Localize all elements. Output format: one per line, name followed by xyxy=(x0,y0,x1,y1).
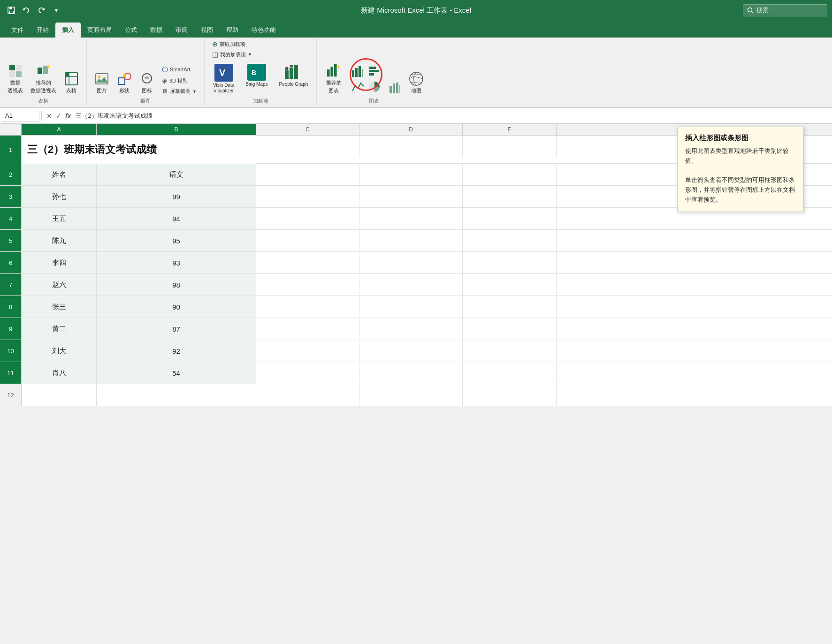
cell-a11[interactable]: 肖八 xyxy=(22,362,97,384)
cell-d12[interactable] xyxy=(359,384,463,406)
col-header-d[interactable]: D xyxy=(359,124,463,135)
confirm-formula-icon[interactable]: ✓ xyxy=(55,111,62,121)
cell-c9[interactable] xyxy=(256,318,359,340)
tab-feature[interactable]: 特色功能 xyxy=(245,23,282,38)
recommended-pivot-button[interactable]: 推荐的 数据透视表 xyxy=(28,62,59,96)
cell-e2[interactable] xyxy=(463,164,557,185)
cell-c4[interactable] xyxy=(256,208,359,229)
shapes-button[interactable]: 形状 xyxy=(114,70,135,96)
cell-d1[interactable] xyxy=(359,136,463,157)
cell-e5[interactable] xyxy=(463,230,557,251)
customize-icon[interactable]: ▼ xyxy=(50,4,63,17)
cell-a6[interactable]: 李四 xyxy=(22,252,97,273)
tab-review[interactable]: 审阅 xyxy=(169,23,194,38)
tab-file[interactable]: 文件 xyxy=(5,23,30,38)
cell-d5[interactable] xyxy=(359,230,463,251)
cell-c6[interactable] xyxy=(256,252,359,273)
cell-c12[interactable] xyxy=(256,384,359,406)
my-addins-button[interactable]: ◫ 我的加载项 ▼ xyxy=(209,50,255,59)
cell-b5[interactable]: 95 xyxy=(97,230,256,251)
tab-insert[interactable]: 插入 xyxy=(55,23,81,38)
pivot-table-button[interactable]: 数据 透视表 xyxy=(5,62,26,96)
cell-a12[interactable] xyxy=(22,384,97,406)
cell-c8[interactable] xyxy=(256,296,359,318)
redo-icon[interactable] xyxy=(35,4,48,17)
cell-a4[interactable]: 王五 xyxy=(22,208,97,229)
cell-b4[interactable]: 94 xyxy=(97,208,256,229)
cell-a2[interactable]: 姓名 xyxy=(22,164,97,185)
cell-d6[interactable] xyxy=(359,252,463,273)
cell-e11[interactable] xyxy=(463,362,557,384)
line-chart-button[interactable] xyxy=(350,80,366,94)
cell-b12[interactable] xyxy=(97,384,256,406)
cell-b10[interactable]: 92 xyxy=(97,340,256,362)
cell-b11[interactable]: 54 xyxy=(97,362,256,384)
get-addins-button[interactable]: ⊕ 获取加载项 xyxy=(209,39,248,49)
cell-d4[interactable] xyxy=(359,208,463,229)
cell-b2[interactable]: 语文 xyxy=(97,164,256,185)
screenshot-button[interactable]: 🖥 屏幕截图 ▼ xyxy=(159,87,199,96)
cell-d3[interactable] xyxy=(359,186,463,207)
search-box[interactable]: 搜索 xyxy=(743,4,827,16)
cell-d8[interactable] xyxy=(359,296,463,318)
cell-a10[interactable]: 刘大 xyxy=(22,340,97,362)
table-button[interactable]: 表格 xyxy=(61,70,82,96)
cell-b3[interactable]: 99 xyxy=(97,186,256,207)
cell-c1[interactable] xyxy=(256,136,359,157)
people-graph-button[interactable]: People Graph xyxy=(275,62,312,96)
cell-e4[interactable] xyxy=(463,208,557,229)
more-charts-button[interactable] xyxy=(386,81,404,96)
cell-a9[interactable]: 黄二 xyxy=(22,318,97,340)
cell-d10[interactable] xyxy=(359,340,463,362)
3dmodel-button[interactable]: ◈ 3D 模型 xyxy=(159,76,191,86)
cell-a5[interactable]: 陈九 xyxy=(22,230,97,251)
pie-chart-button[interactable] xyxy=(366,80,382,94)
picture-button[interactable]: 图片 xyxy=(92,70,112,96)
tab-view[interactable]: 视图 xyxy=(194,23,220,38)
map-chart-button[interactable]: 地图 xyxy=(406,70,427,96)
cell-d7[interactable] xyxy=(359,274,463,295)
cell-b8[interactable]: 90 xyxy=(97,296,256,318)
recommended-charts-button[interactable]: 推荐的 图表 xyxy=(321,62,346,96)
cell-d9[interactable] xyxy=(359,318,463,340)
cell-a3[interactable]: 孙七 xyxy=(22,186,97,207)
tab-data[interactable]: 数据 xyxy=(144,23,169,38)
cell-e9[interactable] xyxy=(463,318,557,340)
col-header-a[interactable]: A xyxy=(22,124,97,135)
cell-c3[interactable] xyxy=(256,186,359,207)
cell-e1[interactable] xyxy=(463,136,557,157)
visio-addon-button[interactable]: V Visio DataVisualizer xyxy=(209,62,238,96)
cell-c11[interactable] xyxy=(256,362,359,384)
cell-e7[interactable] xyxy=(463,274,557,295)
column-chart-button[interactable] xyxy=(350,65,366,79)
col-header-c[interactable]: C xyxy=(256,124,359,135)
tab-formula[interactable]: 公式 xyxy=(118,23,144,38)
icons-button[interactable]: 图标 xyxy=(137,70,157,96)
tab-help[interactable]: 帮助 xyxy=(220,23,245,38)
fx-icon[interactable]: fx xyxy=(64,111,72,121)
cell-c2[interactable] xyxy=(256,164,359,185)
cell-a1[interactable]: 三（2）班期末语文考试成绩 xyxy=(22,136,256,164)
cell-e10[interactable] xyxy=(463,340,557,362)
tab-home[interactable]: 开始 xyxy=(30,23,55,38)
cell-a7[interactable]: 赵六 xyxy=(22,274,97,295)
smartart-button[interactable]: ⬡ SmartArt xyxy=(159,64,193,75)
save-icon[interactable] xyxy=(5,4,18,17)
tab-layout[interactable]: 页面布局 xyxy=(81,23,118,38)
cell-c10[interactable] xyxy=(256,340,359,362)
col-header-b[interactable]: B xyxy=(97,124,256,135)
cell-b6[interactable]: 93 xyxy=(97,252,256,273)
bar-chart-button[interactable] xyxy=(366,65,382,79)
undo-icon[interactable] xyxy=(20,4,33,17)
cell-e8[interactable] xyxy=(463,296,557,318)
cancel-formula-icon[interactable]: ✕ xyxy=(46,111,53,121)
cell-d11[interactable] xyxy=(359,362,463,384)
cell-reference[interactable]: A1 xyxy=(2,110,39,122)
cell-d2[interactable] xyxy=(359,164,463,185)
cell-e6[interactable] xyxy=(463,252,557,273)
cell-b7[interactable]: 98 xyxy=(97,274,256,295)
cell-b9[interactable]: 87 xyxy=(97,318,256,340)
cell-c5[interactable] xyxy=(256,230,359,251)
cell-e12[interactable] xyxy=(463,384,557,406)
col-header-e[interactable]: E xyxy=(463,124,557,135)
